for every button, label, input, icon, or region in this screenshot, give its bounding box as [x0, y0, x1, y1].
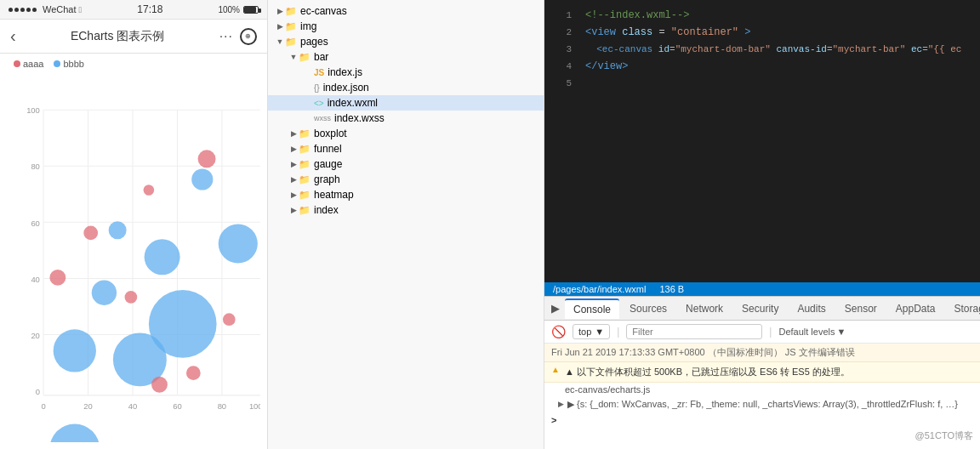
tree-item-gauge[interactable]: ▶ 📁 gauge [268, 156, 544, 172]
tree-arrow-heatmap: ▶ [288, 190, 299, 200]
folder-icon-graph: 📁 [299, 174, 311, 185]
legend-dot-2 [54, 60, 60, 67]
line-num-3: 3 [551, 41, 572, 58]
tree-arrow-boxplot: ▶ [288, 128, 299, 139]
bubble-chart: 100 80 60 40 20 0 0 20 40 60 80 100 [24, 81, 260, 442]
tree-item-boxplot[interactable]: ▶ 📁 boxplot [268, 126, 544, 141]
editor-status-bar: /pages/bar/index.wxml 136 B [544, 282, 980, 296]
folder-icon-pages: 📁 [285, 37, 297, 48]
svg-text:60: 60 [173, 401, 182, 411]
spacer [304, 67, 314, 77]
context-select[interactable]: top ▼ [573, 324, 610, 339]
file-size: 136 B [659, 284, 684, 294]
tree-arrow-graph: ▶ [288, 174, 299, 185]
tree-item-bar-index-wxss[interactable]: wxss index.wxss [268, 111, 544, 126]
tree-item-ec-canvas[interactable]: ▶ 📁 ec-canvas [268, 3, 544, 19]
line-num-4: 4 [551, 58, 572, 75]
svg-point-27 [145, 239, 180, 275]
folder-icon-boxplot: 📁 [299, 128, 311, 139]
location-icon: ⊕ [245, 32, 251, 40]
status-left: WeChat  [9, 4, 82, 14]
tree-label-pages: pages [300, 36, 328, 48]
console-filter-input[interactable] [626, 324, 762, 339]
more-button[interactable]: ··· [219, 29, 233, 44]
tree-label-graph: graph [314, 173, 340, 185]
line-num-5: 5 [551, 75, 572, 92]
tab-console[interactable]: Console [565, 298, 619, 319]
tree-item-graph[interactable]: ▶ 📁 graph [268, 172, 544, 187]
svg-point-38 [223, 313, 236, 326]
log-object-text: ▶ {s: {_dom: WxCanvas, _zr: Fb, _theme: … [567, 399, 958, 410]
tree-arrow-ec-canvas: ▶ [275, 6, 285, 16]
line-num-1: 1 [551, 7, 572, 24]
svg-point-39 [151, 377, 168, 393]
levels-label: Default levels [778, 327, 835, 337]
svg-text:100: 100 [249, 401, 260, 411]
tree-item-bar-index-js[interactable]: JS index.js [268, 65, 544, 80]
page-title: ECharts 图表示例 [71, 29, 164, 44]
signal-dots [9, 8, 37, 12]
legend-item-1: aaaa [14, 59, 43, 69]
folder-icon-gauge: 📁 [299, 159, 311, 170]
tab-security[interactable]: Security [733, 299, 787, 318]
clear-console-icon[interactable]: 🚫 [551, 325, 566, 338]
svg-point-36 [198, 150, 216, 168]
legend-dot-1 [14, 60, 20, 67]
svg-point-32 [83, 226, 98, 241]
tree-item-img[interactable]: ▶ 📁 img [268, 19, 544, 34]
watermark: @51CTO博客 [915, 429, 973, 442]
file-tree[interactable]: ▶ 📁 ec-canvas ▶ 📁 img ▼ 📁 pages ▼ 📁 bar [268, 0, 544, 449]
file-tree-panel: ▶ 📁 ec-canvas ▶ 📁 img ▼ 📁 pages ▼ 📁 bar [268, 0, 544, 449]
tree-item-bar-index-wxml[interactable]: <> index.wxml [268, 95, 544, 111]
battery-icon [243, 6, 259, 14]
folder-icon-ec-canvas: 📁 [285, 6, 297, 17]
wxss-icon: wxss [314, 114, 331, 122]
tree-label-bar-index-js: index.js [328, 66, 362, 78]
svg-text:0: 0 [36, 387, 40, 396]
tree-item-bar-index-json[interactable]: {} index.json [268, 80, 544, 95]
wechat-suffix:  [79, 5, 83, 14]
legend-item-2: bbbb [54, 59, 83, 69]
location-button[interactable]: ⊕ [240, 28, 257, 45]
status-time: 17:18 [137, 3, 162, 15]
svg-text:40: 40 [31, 275, 40, 284]
svg-text:80: 80 [218, 401, 227, 411]
tab-sensor[interactable]: Sensor [836, 299, 886, 318]
tree-item-index-folder[interactable]: ▶ 📁 index [268, 202, 544, 218]
folder-icon-index: 📁 [299, 205, 311, 216]
tree-label-bar-index-json: index.json [323, 82, 369, 94]
svg-point-34 [125, 291, 138, 304]
code-content-2: <view class = "container" > [585, 24, 973, 41]
tab-network[interactable]: Network [677, 299, 732, 318]
tree-arrow-gauge: ▶ [288, 159, 299, 169]
warning-text: ▲ 以下文件体积超过 500KB，已跳过压缩以及 ES6 转 ES5 的处理。 [565, 365, 850, 379]
svg-point-26 [109, 221, 127, 239]
tree-label-index-folder: index [314, 204, 339, 216]
tab-audits[interactable]: Audits [789, 299, 834, 318]
tree-item-pages[interactable]: ▼ 📁 pages [268, 34, 544, 49]
tree-item-bar[interactable]: ▼ 📁 bar [268, 49, 544, 65]
back-button[interactable]: ‹ [10, 26, 16, 46]
levels-select[interactable]: Default levels ▼ [778, 327, 846, 337]
tab-sources[interactable]: Sources [621, 299, 675, 318]
console-prompt[interactable]: > [544, 412, 980, 428]
levels-arrow: ▼ [836, 327, 846, 337]
tree-arrow-funnel: ▶ [288, 144, 299, 154]
folder-icon-funnel: 📁 [299, 144, 311, 155]
log-section-header: Fri Jun 21 2019 17:13:33 GMT+0800 （中国标准时… [544, 344, 980, 362]
folder-icon-bar: 📁 [299, 52, 311, 63]
context-arrow: ▼ [595, 327, 604, 337]
devtools-tabs: ▶ Console Sources Network Security Audit… [544, 297, 980, 321]
tab-appdata[interactable]: AppData [887, 299, 944, 318]
file-path: /pages/bar/index.wxml [553, 284, 646, 294]
devtools-cursor-icon[interactable]: ▶ [551, 302, 560, 315]
tree-item-funnel[interactable]: ▶ 📁 funnel [268, 141, 544, 156]
code-line-4: 4 </view> [544, 58, 980, 75]
log-object-row[interactable]: ▶ ▶ {s: {_dom: WxCanvas, _zr: Fb, _theme… [544, 396, 980, 412]
tree-item-heatmap[interactable]: ▶ 📁 heatmap [268, 187, 544, 202]
json-icon: {} [314, 83, 320, 93]
phone-nav-bar: ‹ ECharts 图表示例 ··· ⊕ [0, 20, 267, 54]
code-line-3: 3 <ec-canvas id="mychart-dom-bar" canvas… [544, 41, 980, 58]
tab-storage[interactable]: Storage [946, 299, 980, 318]
svg-point-29 [149, 290, 217, 358]
